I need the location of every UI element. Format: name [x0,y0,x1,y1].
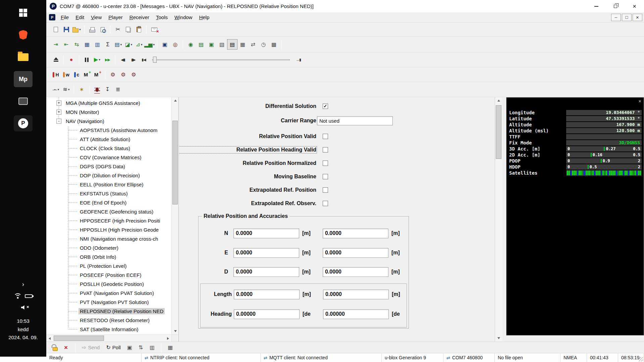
battery-icon[interactable] [25,294,33,298]
restore-button[interactable] [606,0,625,12]
mdi-minimize-button[interactable] [611,14,621,21]
close-button[interactable]: × [625,0,644,12]
tree-item-relposned[interactable]: RELPOSNED (Relative Position NED [46,307,171,316]
messages-view-button[interactable]: ▤ [227,39,237,50]
tree-item-cov[interactable]: COV (Covariance Matrices) [46,153,171,162]
copy-button[interactable] [123,24,133,35]
taskbar-clock[interactable]: 10:53 kedd 2024. 04. 09. [8,317,38,342]
magic-wand-button[interactable]: ∗ [76,84,87,95]
start-button[interactable] [14,5,33,21]
scrollbar-thumb[interactable] [54,336,104,341]
checkbox-extrapolated-ref-observ[interactable] [323,201,328,206]
menu-tools[interactable]: Tools [153,13,171,21]
message-config-button[interactable]: ⚙ [118,69,128,80]
skip-to-end-button[interactable]: →▮ [293,55,304,65]
input-n-1[interactable]: 0.0000 [233,229,299,238]
brave-browser-app[interactable] [14,27,33,43]
tree-item-mga[interactable]: +MGA (Multiple GNSS Assistance) [46,99,171,108]
input-carrier-range[interactable]: Not used [317,116,393,125]
slider-thumb[interactable] [153,57,157,63]
send-button[interactable]: ⇨Send [79,343,102,352]
collapse-icon[interactable]: - [56,119,61,124]
tree-item-resetodo[interactable]: RESETODO (Reset Odometer) [46,316,171,325]
transfer-view-button[interactable]: ⇄ [248,39,258,50]
checkbox-differential-solution[interactable] [323,104,328,109]
receiver-config-button[interactable]: ⚙ [108,69,118,80]
tree-item-hpposecef[interactable]: HPPOSECEF (High Precision Positi [46,216,171,225]
menu-help[interactable]: Help [196,13,213,21]
menu-edit[interactable]: Edit [72,13,88,21]
print-preview-button[interactable] [97,24,108,35]
clear-button[interactable]: × [62,343,71,352]
configuration-view-button[interactable]: ▦ [237,39,248,50]
expand-icon[interactable]: + [56,101,61,106]
input-heading-1[interactable]: 0.00000 [234,309,300,319]
data-view-button[interactable]: ▤ [196,39,206,50]
tree-item-ekfstatus[interactable]: EKFSTATUS (Status) [46,189,171,198]
open-file-button[interactable]: ▾ [71,24,82,35]
connection-mail-button[interactable] [149,24,159,35]
data-view-close-icon[interactable] [638,98,641,104]
print-button[interactable] [87,24,97,35]
list-view-button[interactable]: ▤▾ [113,39,123,50]
tree-item-odo[interactable]: ODO (Odometer) [46,243,171,252]
mp-app[interactable]: Mp [14,71,33,87]
cut-button[interactable]: ✂ [113,24,123,35]
scroll-right-icon[interactable] [165,335,171,342]
paste-button[interactable] [133,24,144,35]
u-center-app[interactable]: P [14,115,33,131]
tree-item-hpposllh[interactable]: HPPOSLLH (High Precision Geode [46,225,171,234]
tree-item-aopstatus[interactable]: AOPSTATUS (AssistNow Autonom [46,126,171,135]
dump-button[interactable]: ⇅ [136,343,146,352]
scrollbar-thumb[interactable] [172,121,178,204]
input-d-1[interactable]: 0.0000 [233,267,299,277]
docking-window-button[interactable]: ▣ [206,39,217,50]
tree-item-att[interactable]: ATT (Attitude Solution) [46,135,171,144]
watch-window-button[interactable]: ▧ [217,39,227,50]
column-view-button[interactable]: ▥ [92,39,103,50]
text-console-button[interactable]: ⇥ [51,39,61,50]
step-back-button[interactable]: ◀▮ [118,55,128,65]
chart-view-button[interactable]: ⊿▾ [134,39,144,50]
volume-muted-icon[interactable] [21,305,25,311]
tree-item-pl[interactable]: PL (Protection Level) [46,261,171,270]
warmstart-button[interactable] [61,69,71,80]
skip-to-start-button[interactable]: ▮◀ [139,55,149,65]
statistic-view-button[interactable]: Σ [103,39,113,50]
sky-view-button[interactable]: ◉ [185,39,196,50]
capture-app[interactable] [14,93,33,109]
playback-slider[interactable] [152,56,290,63]
table-view-button[interactable]: ▦ [82,39,92,50]
firmware-download-button[interactable]: ↧ [102,84,113,95]
hex-toggle-button[interactable]: ▥ [147,343,157,352]
checkbox-moving-baseline[interactable] [323,174,328,179]
hotstart-button[interactable] [51,69,61,80]
input-heading-2[interactable]: 0.00000 [323,309,389,319]
map-view-button[interactable]: ◪▾ [123,39,134,50]
tree-horizontal-scrollbar[interactable] [46,335,171,342]
save-config-button[interactable] [82,69,92,80]
step-forward-button[interactable]: ▮▶ [128,55,139,65]
deviation-map-button[interactable]: ◎ [170,39,180,50]
tree-item-mon[interactable]: +MON (Monitor) [46,108,171,117]
tray-expand-chevron[interactable]: › [22,281,24,287]
mdi-child-icon[interactable]: P [49,14,55,20]
binary-console-button[interactable]: ⇆ [71,39,82,50]
tree-item-posllh[interactable]: POSLLH (Geodetic Position) [46,280,171,289]
tree-item-pvt[interactable]: PVT (Navigation PVT Solution) [46,298,171,307]
lock-button[interactable] [50,343,60,352]
scroll-down-icon[interactable] [495,335,502,342]
network-connection-button[interactable]: –•–▾ [51,84,61,95]
tree-item-eell[interactable]: EELL (Position Error Ellipse) [46,180,171,189]
menu-view[interactable]: View [88,13,105,21]
scroll-left-icon[interactable] [46,335,53,342]
input-d-2[interactable]: 0.0000 [323,267,388,277]
network-icon[interactable] [14,293,22,299]
tree-item-posecef[interactable]: POSECEF (Position ECEF) [46,270,171,280]
grid-view-button[interactable]: ▩ [269,39,279,50]
record-button[interactable]: ● [66,55,76,65]
tree-item-geofence[interactable]: GEOFENCE (Geofencing status) [46,207,171,216]
minimize-button[interactable] [587,0,606,12]
input-e-1[interactable]: 0.0000 [233,248,299,258]
menu-file[interactable]: File [57,13,72,21]
